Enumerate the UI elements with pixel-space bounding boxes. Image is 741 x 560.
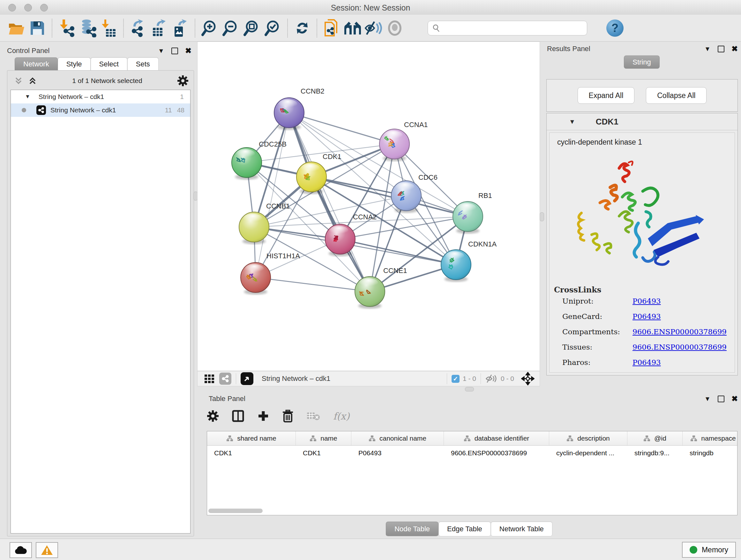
network-node-RB1[interactable]: RB1 bbox=[453, 192, 492, 234]
collapse-all-button[interactable]: Collapse All bbox=[646, 87, 706, 104]
save-session-button[interactable] bbox=[27, 17, 48, 40]
crosslink-link[interactable]: 9606.ENSP00000378699 bbox=[632, 327, 727, 336]
panel-float-icon[interactable] bbox=[718, 46, 724, 52]
network-node-CCNB1[interactable]: CCNB1 bbox=[239, 202, 290, 244]
function-builder-icon[interactable]: f(x) bbox=[333, 411, 349, 422]
network-view[interactable]: CCNB2CCNA1CDC25BCDK1CDC6RB1CCNB1CCNA2CDK… bbox=[197, 42, 540, 371]
tab-edge-table[interactable]: Edge Table bbox=[439, 522, 491, 537]
detach-view-icon[interactable] bbox=[241, 372, 253, 385]
column-header--id[interactable]: @id bbox=[627, 431, 683, 445]
network-node-CDKN1A[interactable]: CDKN1A bbox=[441, 240, 497, 282]
show-all-button[interactable] bbox=[384, 17, 405, 40]
zoom-selected-button[interactable] bbox=[262, 17, 283, 40]
network-node-CDC25B[interactable]: CDC25B bbox=[232, 140, 286, 180]
panel-menu-icon[interactable]: ▼ bbox=[158, 47, 164, 55]
tab-network-table[interactable]: Network Table bbox=[491, 522, 552, 537]
pan-crosshair-icon[interactable] bbox=[521, 372, 535, 385]
find-button[interactable] bbox=[342, 17, 363, 40]
panel-float-icon[interactable] bbox=[718, 395, 724, 402]
tab-style[interactable]: Style bbox=[58, 57, 91, 71]
import-network-button[interactable] bbox=[56, 17, 77, 40]
tree-expand-caret-icon[interactable]: ▼ bbox=[25, 94, 30, 100]
grid-view-icon[interactable] bbox=[204, 373, 215, 384]
tab-sets[interactable]: Sets bbox=[127, 57, 158, 71]
tab-string[interactable]: String bbox=[624, 56, 659, 69]
node-table[interactable]: shared namenamecanonical namedatabase id… bbox=[207, 431, 738, 515]
panel-menu-icon[interactable]: ▼ bbox=[704, 395, 711, 402]
column-header-name[interactable]: name bbox=[296, 431, 351, 445]
crosslink-link[interactable]: P06493 bbox=[632, 297, 661, 305]
apply-layout-button[interactable] bbox=[292, 17, 313, 40]
network-canvas-svg[interactable]: CCNB2CCNA1CDC25BCDK1CDC6RB1CCNB1CCNA2CDK… bbox=[198, 42, 540, 371]
gene-section-header[interactable]: ▼ CDK1 bbox=[547, 113, 738, 130]
network-row-selected[interactable]: String Network – cdk1 11 48 bbox=[11, 104, 190, 117]
cloud-status-button[interactable] bbox=[10, 542, 32, 558]
collapse-all-icon[interactable] bbox=[14, 76, 23, 85]
table-cell[interactable]: 9606.ENSP00000378699 bbox=[444, 446, 549, 460]
zoom-in-button[interactable] bbox=[199, 17, 220, 40]
help-button[interactable]: ? bbox=[606, 19, 623, 37]
panel-float-icon[interactable] bbox=[172, 48, 178, 54]
delete-table-icon[interactable] bbox=[307, 411, 320, 422]
column-header-shared-name[interactable]: shared name bbox=[207, 431, 296, 445]
add-column-icon[interactable] bbox=[257, 410, 269, 422]
table-cell[interactable]: P06493 bbox=[351, 446, 444, 460]
network-node-CCNE1[interactable]: CCNE1 bbox=[355, 266, 407, 309]
zoom-out-button[interactable] bbox=[220, 17, 241, 40]
tab-node-table[interactable]: Node Table bbox=[386, 522, 439, 537]
expand-all-icon[interactable] bbox=[28, 76, 37, 85]
crosslink-link[interactable]: P06493 bbox=[632, 312, 661, 320]
new-network-from-selection-button[interactable] bbox=[321, 17, 342, 40]
panel-menu-icon[interactable]: ▼ bbox=[704, 45, 711, 53]
network-node-HIST1H1A[interactable]: HIST1H1A bbox=[241, 252, 300, 295]
network-edge[interactable] bbox=[289, 113, 394, 144]
crosslink-link[interactable]: 9606.ENSP00000378699 bbox=[632, 343, 727, 351]
horizontal-scrollbar-thumb[interactable] bbox=[208, 509, 263, 513]
horizontal-splitter-grip[interactable] bbox=[465, 387, 474, 391]
hidden-eye-slash-icon[interactable] bbox=[485, 374, 497, 383]
search-input[interactable] bbox=[441, 23, 583, 33]
delete-column-icon[interactable] bbox=[282, 410, 293, 422]
table-cell[interactable]: cyclin-dependent ... bbox=[549, 446, 627, 460]
table-options-gear-icon[interactable] bbox=[207, 410, 219, 422]
network-node-CDK1[interactable]: CDK1 bbox=[296, 152, 341, 194]
panel-close-icon[interactable]: ✖ bbox=[185, 47, 192, 55]
table-cell[interactable]: stringdb:9... bbox=[627, 446, 683, 460]
panel-close-icon[interactable]: ✖ bbox=[731, 395, 738, 402]
tab-select[interactable]: Select bbox=[91, 57, 127, 71]
network-options-gear-icon[interactable] bbox=[177, 75, 189, 86]
network-collection-row[interactable]: ▼ String Network – cdk1 1 bbox=[11, 90, 190, 104]
network-node-CCNB2[interactable]: CCNB2 bbox=[274, 87, 325, 130]
column-header-canonical-name[interactable]: canonical name bbox=[351, 431, 444, 445]
table-cell[interactable]: CDK1 bbox=[296, 446, 351, 460]
export-network-button[interactable] bbox=[128, 17, 149, 40]
search-box[interactable] bbox=[428, 21, 587, 36]
hide-selected-button[interactable] bbox=[363, 17, 384, 40]
panel-close-icon[interactable]: ✖ bbox=[731, 45, 738, 53]
gene-caret-icon[interactable]: ▼ bbox=[569, 118, 576, 125]
export-image-button[interactable] bbox=[170, 17, 191, 40]
table-row[interactable]: CDK1CDK1P064939606.ENSP00000378699cyclin… bbox=[207, 446, 737, 460]
column-header-database-identifier[interactable]: database identifier bbox=[444, 431, 549, 445]
network-view-type-icon[interactable] bbox=[219, 373, 231, 385]
import-table-button[interactable] bbox=[98, 17, 119, 40]
selected-nodes-checkbox[interactable]: ✓ bbox=[452, 375, 460, 383]
column-header-namespace[interactable]: namespace bbox=[683, 431, 738, 445]
expand-all-button[interactable]: Expand All bbox=[578, 87, 635, 104]
warnings-button[interactable] bbox=[36, 542, 58, 558]
import-network-from-database-button[interactable] bbox=[77, 17, 98, 40]
memory-button[interactable]: Memory bbox=[682, 542, 736, 558]
open-session-button[interactable] bbox=[6, 17, 27, 40]
network-edge[interactable] bbox=[289, 113, 370, 292]
network-node-CCNA1[interactable]: CCNA1 bbox=[380, 121, 428, 161]
network-edge[interactable] bbox=[256, 277, 370, 292]
table-cell[interactable]: CDK1 bbox=[207, 446, 296, 460]
crosslink-link[interactable]: P06493 bbox=[632, 358, 661, 367]
column-header-description[interactable]: description bbox=[549, 431, 627, 445]
export-table-button[interactable] bbox=[149, 17, 170, 40]
show-columns-icon[interactable] bbox=[232, 410, 245, 422]
network-edge[interactable] bbox=[340, 239, 456, 265]
zoom-fit-button[interactable] bbox=[241, 17, 262, 40]
table-cell[interactable]: stringdb bbox=[683, 446, 738, 460]
tab-network[interactable]: Network bbox=[15, 57, 58, 71]
